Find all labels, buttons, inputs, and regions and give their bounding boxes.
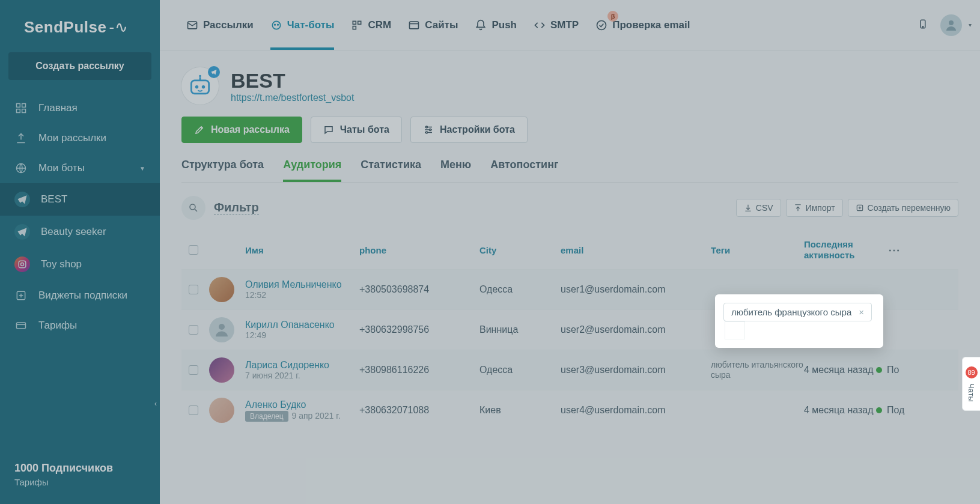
row-checkbox[interactable] xyxy=(189,365,198,375)
contact-name[interactable]: Аленко Будко xyxy=(245,399,359,410)
topnav-campaigns[interactable]: Рассылки xyxy=(178,0,262,50)
contact-tag: любитель итальянского сыра xyxy=(711,360,804,381)
svg-point-29 xyxy=(190,204,195,210)
status-text: Под xyxy=(887,405,904,416)
create-campaign-button[interactable]: Создать рассылку xyxy=(8,52,151,80)
contact-phone: +380632071088 xyxy=(359,405,479,416)
chat-tab-label: Чаты xyxy=(967,383,976,402)
svg-point-11 xyxy=(274,24,275,25)
contact-name[interactable]: Кирилл Опанасенко xyxy=(245,320,359,330)
sidebar-item-campaigns[interactable]: Мои рассылки xyxy=(0,123,160,153)
window-icon xyxy=(408,19,420,31)
remove-tag-icon[interactable]: × xyxy=(856,307,866,317)
bell-icon xyxy=(475,19,487,31)
topnav-label: CRM xyxy=(368,19,391,31)
sidebar-item-mybots[interactable]: Мои боты▼ xyxy=(0,153,160,183)
bot-title: BEST xyxy=(231,69,354,93)
col-name[interactable]: Имя xyxy=(245,245,359,255)
chat-count-badge: 89 xyxy=(966,366,978,378)
row-checkbox[interactable] xyxy=(189,325,198,335)
topnav-verify[interactable]: Проверка email xyxy=(587,0,698,50)
svg-point-6 xyxy=(21,263,24,266)
sidebar: SendPulse-∿ Создать рассылку Главная Мои… xyxy=(0,0,160,504)
chats-side-tab[interactable]: 89 Чаты xyxy=(962,357,980,411)
tab-structure[interactable]: Структура бота xyxy=(181,159,264,182)
topnav-smtp[interactable]: SMTP xyxy=(525,0,587,50)
select-all-checkbox[interactable] xyxy=(189,245,198,255)
contact-city: Киев xyxy=(479,405,561,416)
sidebar-item-home[interactable]: Главная xyxy=(0,93,160,123)
mobile-icon[interactable] xyxy=(918,17,928,34)
sidebar-item-label: Мои боты xyxy=(38,162,85,174)
svg-point-25 xyxy=(199,75,201,77)
contact-time: 9 апр 2021 г. xyxy=(292,411,341,421)
contact-name[interactable]: Оливия Мельниченко xyxy=(245,279,359,290)
svg-point-19 xyxy=(922,26,924,27)
filter-toggle[interactable]: Фильтр xyxy=(214,201,259,215)
svg-rect-3 xyxy=(22,109,26,113)
topnav-label: Push xyxy=(492,19,517,31)
telegram-icon xyxy=(14,192,30,207)
svg-point-23 xyxy=(202,85,205,89)
new-campaign-button[interactable]: Новая рассылка xyxy=(181,117,302,143)
tab-stats[interactable]: Статистика xyxy=(361,159,421,182)
button-label: CSV xyxy=(756,203,773,213)
tag-pill[interactable]: любитель французкого сыра× xyxy=(723,303,872,321)
sidebar-item-tariffs[interactable]: Тарифы xyxy=(0,311,160,341)
bot-link[interactable]: https://t.me/bestfortest_vsbot xyxy=(231,93,354,103)
create-variable-button[interactable]: Создать переменную xyxy=(848,199,958,217)
collapse-sidebar-button[interactable]: ‹ xyxy=(151,396,160,411)
svg-point-17 xyxy=(597,20,606,29)
bot-avatar xyxy=(181,67,219,105)
contact-email: user1@userdomain.com xyxy=(561,284,711,295)
table-row[interactable]: Аленко БудкоВладелец9 апр 2021 г. +38063… xyxy=(181,390,958,430)
topnav-push[interactable]: Push xyxy=(466,0,525,50)
svg-rect-13 xyxy=(353,21,356,24)
svg-rect-0 xyxy=(17,104,20,108)
bot-chats-button[interactable]: Чаты бота xyxy=(311,117,402,143)
tab-autoposting[interactable]: Автопостинг xyxy=(490,159,558,182)
export-csv-button[interactable]: CSV xyxy=(736,199,781,217)
user-menu[interactable] xyxy=(940,14,962,36)
telegram-badge-icon xyxy=(208,66,220,78)
import-button[interactable]: Импорт xyxy=(786,199,843,217)
sidebar-item-toyshop[interactable]: Toy shop xyxy=(0,248,160,281)
tariff-link[interactable]: Тарифы xyxy=(14,477,145,487)
sidebar-item-beauty[interactable]: Beauty seeker xyxy=(0,216,160,248)
col-phone[interactable]: phone xyxy=(359,245,479,255)
topnav-crm[interactable]: CRM xyxy=(342,0,400,50)
contact-last: 4 месяца назад xyxy=(804,365,876,375)
col-email[interactable]: email xyxy=(561,245,711,255)
topnav-sites[interactable]: Сайты xyxy=(400,0,466,50)
tag-text: любитель французкого сыра xyxy=(731,307,851,317)
globe-icon xyxy=(14,162,28,175)
sidebar-footer: 1000 Подписчиков Тарифы xyxy=(0,451,160,504)
tag-input[interactable] xyxy=(725,321,745,339)
contact-last: 4 месяца назад xyxy=(804,405,876,416)
col-tags[interactable]: Теги xyxy=(711,245,804,255)
contact-city: Одесса xyxy=(479,365,561,375)
sidebar-item-best[interactable]: BEST xyxy=(0,183,160,216)
sidebar-item-label: Главная xyxy=(38,102,78,114)
row-checkbox[interactable] xyxy=(189,285,198,294)
columns-more-icon[interactable]: ⋯ xyxy=(876,243,912,257)
card-icon xyxy=(14,319,28,332)
sidebar-item-widgets[interactable]: Виджеты подписки xyxy=(0,281,160,311)
row-checkbox[interactable] xyxy=(189,405,198,415)
contact-email: user4@userdomain.com xyxy=(561,405,711,416)
table-row[interactable]: Лариса Сидоренко7 июня 2021 г. +38098611… xyxy=(181,350,958,390)
svg-point-26 xyxy=(425,126,427,128)
bot-settings-button[interactable]: Настройки бота xyxy=(410,117,528,143)
search-button[interactable] xyxy=(181,196,205,220)
contact-city: Винница xyxy=(479,324,561,335)
contact-email: user3@userdomain.com xyxy=(561,365,711,375)
contact-name[interactable]: Лариса Сидоренко xyxy=(245,360,359,371)
col-city[interactable]: City xyxy=(479,245,561,255)
logo[interactable]: SendPulse-∿ xyxy=(0,0,160,52)
tab-audience[interactable]: Аудитория xyxy=(283,159,341,182)
tab-menu[interactable]: Меню xyxy=(440,159,471,182)
beta-badge: β xyxy=(607,11,618,22)
topnav-label: Сайты xyxy=(425,19,458,31)
topnav-chatbots[interactable]: Чат-боты xyxy=(262,0,343,50)
col-last-activity[interactable]: Последняя активность xyxy=(804,239,876,261)
